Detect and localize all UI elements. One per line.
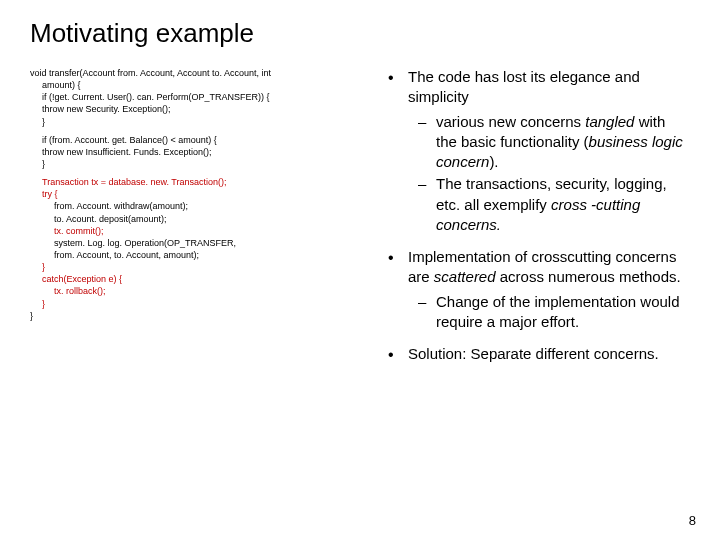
code-line: } [30, 310, 360, 322]
bullet-scattered: Implementation of crosscutting concerns … [380, 247, 690, 332]
text: ). [489, 153, 498, 170]
text: across numerous methods. [496, 268, 681, 285]
code-line: to. Acount. deposit(amount); [30, 213, 360, 225]
text-em: scattered [434, 268, 496, 285]
text: Change of the implementation would requi… [436, 293, 680, 330]
code-line: amount) { [30, 79, 360, 91]
code-line: } [30, 116, 360, 128]
code-column: void transfer(Account from. Account, Acc… [30, 67, 360, 376]
code-line: void transfer(Account from. Account, Acc… [30, 67, 360, 79]
bullet-text: The code has lost its elegance and simpl… [408, 68, 640, 105]
code-line: } [30, 158, 360, 170]
code-line: Transaction tx = database. new. Transact… [30, 176, 360, 188]
bullet-solution: Solution: Separate different concerns. [380, 344, 690, 364]
page-number: 8 [689, 513, 696, 528]
code-line: if (from. Account. get. Balance() < amou… [30, 134, 360, 146]
code-line: catch(Exception e) { [30, 273, 360, 285]
sub-bullet-change: Change of the implementation would requi… [408, 292, 690, 333]
code-line: if (!get. Current. User(). can. Perform(… [30, 91, 360, 103]
code-line: try { [30, 188, 360, 200]
content-area: void transfer(Account from. Account, Acc… [30, 67, 690, 376]
sub-bullet-tangled: various new concerns tangled with the ba… [408, 112, 690, 173]
slide-title: Motivating example [30, 18, 690, 49]
code-line: } [30, 261, 360, 273]
code-line: system. Log. log. Operation(OP_TRANSFER, [30, 237, 360, 249]
code-line: tx. rollback(); [30, 285, 360, 297]
bullet-elegance: The code has lost its elegance and simpl… [380, 67, 690, 235]
code-line: throw new Security. Exception(); [30, 103, 360, 115]
code-line: tx. commit(); [30, 225, 360, 237]
text-em: tangled [585, 113, 634, 130]
code-line: } [30, 298, 360, 310]
code-line: from. Account. withdraw(amount); [30, 200, 360, 212]
text: Solution: Separate different concerns. [408, 345, 659, 362]
text: various new concerns [436, 113, 585, 130]
code-line: from. Account, to. Account, amount); [30, 249, 360, 261]
explanation-column: The code has lost its elegance and simpl… [380, 67, 690, 376]
sub-bullet-crosscutting: The transactions, security, logging, etc… [408, 174, 690, 235]
code-line: throw new Insufficient. Funds. Exception… [30, 146, 360, 158]
